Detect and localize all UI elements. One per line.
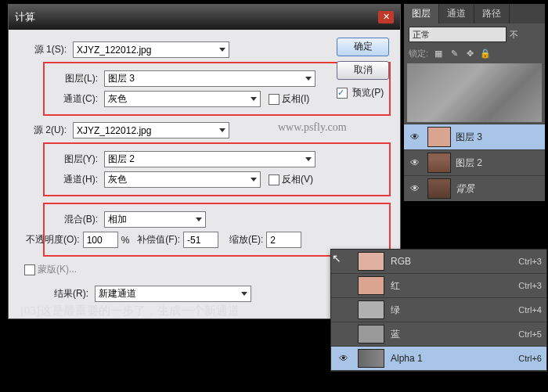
channel-thumb	[358, 300, 384, 319]
source1-invert-checkbox[interactable]	[269, 94, 279, 105]
layer-name-label: 图层 2	[456, 156, 482, 170]
blending-mode-select[interactable]: 相加	[104, 211, 206, 228]
layer-name-label: 图层 3	[456, 131, 482, 144]
blending-label: 混合(B):	[49, 213, 104, 226]
source1-layer-label: 图层(L):	[49, 72, 104, 85]
source2-channel-select[interactable]: 灰色	[104, 171, 261, 188]
lock-pixels-icon[interactable]: ✎	[449, 49, 460, 59]
preview-label: 预览(P)	[352, 87, 384, 98]
source1-layer-value: 图层 3	[108, 72, 135, 85]
chevron-down-icon	[219, 128, 225, 132]
close-icon[interactable]: ✕	[378, 11, 394, 23]
source1-layer-select[interactable]: 图层 3	[104, 70, 315, 87]
opacity-label: 不透明度(O):	[26, 233, 80, 246]
visibility-eye-icon[interactable]: 👁	[336, 353, 352, 364]
channel-row[interactable]: 👁Alpha 1Ctrl+6	[331, 347, 546, 371]
mask-checkbox[interactable]	[24, 264, 35, 275]
layer-row[interactable]: 👁图层 2	[404, 149, 545, 175]
panel-tabs: 图层 通道 路径	[404, 4, 545, 23]
lock-controls: 锁定: ▦ ✎ ✥ 🔒	[404, 45, 545, 62]
source1-file-value: XJYZ_122012.jpg	[77, 45, 151, 56]
lock-all-icon[interactable]: 🔒	[480, 49, 491, 59]
offset-label: 补偿值(F):	[137, 233, 180, 246]
opacity-input[interactable]: 100	[83, 232, 118, 248]
dialog-title: 计算	[15, 10, 35, 24]
ok-button[interactable]: 确定	[337, 38, 389, 56]
chevron-down-icon	[305, 157, 312, 161]
source2-channel-value: 灰色	[108, 173, 127, 186]
chevron-down-icon	[251, 178, 257, 182]
lock-label: 锁定:	[409, 48, 428, 59]
result-select[interactable]: 新建通道	[95, 286, 251, 302]
source1-label: 源 1(S):	[18, 43, 73, 56]
dialog-titlebar[interactable]: 计算 ✕	[9, 5, 400, 30]
chevron-down-icon	[241, 292, 247, 296]
channel-name-label: 蓝	[391, 328, 518, 341]
chevron-down-icon	[196, 218, 202, 221]
source2-invert-label: 反相(V)	[282, 173, 313, 186]
scale-input[interactable]: 2	[266, 232, 301, 248]
channel-thumb	[358, 349, 384, 368]
channel-row[interactable]: 绿Ctrl+4	[331, 298, 546, 322]
channel-thumb	[358, 252, 384, 271]
channel-row[interactable]: 红Ctrl+3	[331, 274, 546, 298]
lock-position-icon[interactable]: ✥	[464, 49, 475, 59]
source2-layer-value: 图层 2	[108, 153, 135, 166]
lock-transparency-icon[interactable]: ▦	[433, 49, 444, 59]
layer-thumb	[427, 178, 451, 199]
channel-shortcut-label: Ctrl+5	[518, 329, 542, 339]
tab-paths[interactable]: 路径	[474, 4, 510, 23]
tutorial-caption: [03]这是最重要的一步了，生成一个新通道	[20, 304, 240, 318]
scale-label: 缩放(E):	[229, 233, 263, 246]
source2-invert-checkbox[interactable]	[269, 174, 279, 185]
source2-label: 源 2(U):	[18, 124, 73, 137]
source2-file-select[interactable]: XJYZ_122012.jpg	[73, 122, 229, 138]
source1-channel-value: 灰色	[108, 92, 127, 106]
source2-highlight: 图层(Y): 图层 2 通道(H): 灰色 反相(V)	[43, 142, 391, 196]
source2-channel-label: 通道(H):	[49, 173, 104, 186]
channel-name-label: RGB	[391, 256, 518, 267]
channel-shortcut-label: Ctrl+3	[518, 281, 542, 290]
layer-row[interactable]: 👁图层 3	[404, 124, 545, 149]
layer-list: 👁图层 3👁图层 2👁背景	[404, 124, 545, 201]
tab-layers[interactable]: 图层	[404, 4, 439, 23]
layer-thumb	[427, 127, 451, 147]
chevron-down-icon	[219, 48, 225, 52]
channel-row[interactable]: 蓝Ctrl+5	[331, 322, 546, 347]
percent-label: %	[121, 235, 130, 246]
result-value: 新建通道	[99, 287, 136, 300]
channel-shortcut-label: Ctrl+4	[518, 305, 542, 315]
channels-panel: RGBCtrl+3 红Ctrl+3 绿Ctrl+4 蓝Ctrl+5👁Alpha …	[330, 249, 547, 372]
source1-file-select[interactable]: XJYZ_122012.jpg	[73, 41, 229, 58]
channel-shortcut-label: Ctrl+3	[518, 257, 542, 266]
source1-channel-select[interactable]: 灰色	[104, 91, 261, 107]
chevron-down-icon	[305, 77, 312, 81]
result-label: 结果(R):	[18, 287, 95, 300]
preview-checkbox[interactable]	[337, 88, 348, 99]
blend-mode-select[interactable]: 正常	[409, 27, 507, 42]
opacity-panel-label: 不	[510, 29, 518, 41]
channel-row[interactable]: RGBCtrl+3	[331, 250, 546, 274]
visibility-eye-icon[interactable]: 👁	[407, 157, 423, 168]
source2-layer-label: 图层(Y):	[49, 153, 104, 166]
visibility-eye-icon[interactable]: 👁	[407, 183, 423, 194]
visibility-eye-icon[interactable]: 👁	[407, 131, 423, 142]
channel-thumb	[358, 276, 384, 295]
blending-mode-value: 相加	[108, 213, 127, 226]
watermark: www.psfly.com	[278, 121, 347, 134]
layer-row[interactable]: 👁背景	[404, 175, 545, 201]
channel-name-label: 绿	[391, 304, 518, 317]
tab-channels[interactable]: 通道	[439, 4, 474, 23]
layers-panel: 图层 通道 路径 正常 不 锁定: ▦ ✎ ✥ 🔒 👁图层 3👁图层 2👁背景	[404, 4, 545, 201]
cursor-icon: ↖	[332, 252, 341, 264]
cancel-button[interactable]: 取消	[337, 61, 389, 80]
source2-layer-select[interactable]: 图层 2	[104, 151, 315, 167]
source1-invert-label: 反相(I)	[282, 92, 309, 106]
channel-name-label: 红	[391, 279, 518, 293]
layer-name-label: 背景	[456, 182, 474, 196]
channel-thumb	[358, 325, 384, 343]
offset-input[interactable]: -51	[183, 232, 218, 248]
channel-shortcut-label: Ctrl+6	[518, 354, 542, 363]
source1-channel-label: 通道(C):	[49, 92, 104, 106]
layer-thumb	[427, 153, 451, 173]
